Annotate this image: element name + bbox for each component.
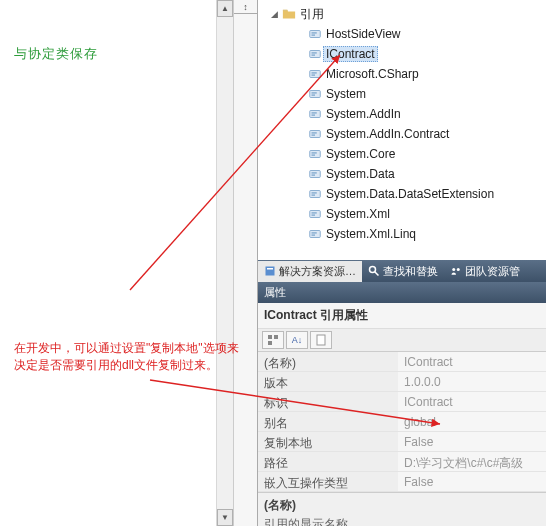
tree-node-reference[interactable]: System.Xml: [258, 204, 546, 224]
svg-rect-24: [310, 191, 321, 198]
team-icon: [450, 265, 462, 277]
properties-header-label: 属性: [264, 286, 286, 298]
property-row[interactable]: 复制本地False: [258, 432, 546, 452]
property-value[interactable]: IContract: [398, 352, 546, 371]
tab-team-explorer[interactable]: 团队资源管: [444, 261, 526, 282]
svg-rect-11: [312, 94, 316, 95]
svg-line-36: [375, 272, 379, 276]
sort-az-icon: A↓: [292, 335, 303, 345]
reference-icon: [308, 127, 322, 141]
svg-rect-21: [310, 171, 321, 178]
vertical-scrollbar[interactable]: ▲ ▼: [216, 0, 233, 526]
property-name: 复制本地: [258, 432, 398, 451]
tree-node-reference[interactable]: System: [258, 84, 546, 104]
tree-node-reference[interactable]: System.AddIn: [258, 104, 546, 124]
property-row[interactable]: 别名global: [258, 412, 546, 432]
scroll-down-button[interactable]: ▼: [217, 509, 233, 526]
tab-find-replace[interactable]: 查找和替换: [362, 261, 444, 282]
property-value[interactable]: False: [398, 472, 546, 491]
tree-node-reference[interactable]: IContract: [258, 44, 546, 64]
annotation-line1: 在开发中，可以通过设置"复制本地"选项来: [14, 341, 239, 355]
svg-rect-12: [310, 111, 321, 118]
property-row[interactable]: (名称)IContract: [258, 352, 546, 372]
tree-node-label: Microsoft.CSharp: [326, 67, 419, 81]
solution-explorer-tree[interactable]: ◢ 引用 HostSideViewIContractMicrosoft.CSha…: [258, 0, 546, 260]
svg-rect-4: [312, 52, 317, 53]
editor-pane: ▲ ▼: [0, 0, 234, 526]
tree-node-references[interactable]: ◢ 引用: [258, 4, 546, 24]
property-value[interactable]: D:\学习文档\c#\c#高级: [398, 452, 546, 471]
svg-rect-16: [312, 132, 317, 133]
description-title: (名称): [264, 497, 540, 514]
svg-rect-39: [268, 335, 272, 339]
splitter[interactable]: ↕: [234, 0, 258, 526]
properties-object-title: IContract 引用属性: [258, 303, 546, 329]
tree-node-reference[interactable]: System.Xml.Linq: [258, 224, 546, 244]
tab-label: 查找和替换: [383, 264, 438, 279]
property-value[interactable]: IContract: [398, 392, 546, 411]
categorized-button[interactable]: [262, 331, 284, 349]
svg-rect-32: [312, 234, 316, 235]
property-value[interactable]: global: [398, 412, 546, 431]
reference-icon: [308, 107, 322, 121]
tab-label: 团队资源管: [465, 264, 520, 279]
svg-rect-5: [312, 54, 316, 55]
reference-icon: [308, 27, 322, 41]
svg-rect-6: [310, 71, 321, 78]
categorized-icon: [267, 334, 279, 346]
property-row[interactable]: 标识IContract: [258, 392, 546, 412]
svg-rect-19: [312, 152, 317, 153]
property-row[interactable]: 路径D:\学习文档\c#\c#高级: [258, 452, 546, 472]
collapse-icon[interactable]: ◢: [268, 8, 280, 20]
svg-rect-17: [312, 134, 316, 135]
tree-node-reference[interactable]: HostSideView: [258, 24, 546, 44]
tree-node-label: System.AddIn.Contract: [326, 127, 449, 141]
svg-rect-25: [312, 192, 317, 193]
svg-rect-40: [274, 335, 278, 339]
svg-rect-2: [312, 34, 316, 35]
svg-rect-10: [312, 92, 317, 93]
reference-icon: [308, 207, 322, 221]
svg-rect-22: [312, 172, 317, 173]
reference-icon: [308, 87, 322, 101]
reference-icon: [308, 227, 322, 241]
properties-grid[interactable]: (名称)IContract版本1.0.0.0标识IContract别名globa…: [258, 352, 546, 526]
reference-icon: [308, 47, 322, 61]
tree-node-reference[interactable]: System.Data: [258, 164, 546, 184]
tree-node-reference[interactable]: System.Core: [258, 144, 546, 164]
svg-rect-14: [312, 114, 316, 115]
tree-node-reference[interactable]: Microsoft.CSharp: [258, 64, 546, 84]
svg-rect-9: [310, 91, 321, 98]
property-row[interactable]: 版本1.0.0.0: [258, 372, 546, 392]
property-name: 嵌入互操作类型: [258, 472, 398, 491]
gutter-collapse-button[interactable]: ↕: [234, 0, 257, 14]
svg-point-38: [457, 268, 460, 271]
alphabetical-button[interactable]: A↓: [286, 331, 308, 349]
properties-description: (名称) 引用的显示名称。: [258, 492, 546, 526]
svg-rect-31: [312, 232, 317, 233]
property-name: (名称): [258, 352, 398, 371]
svg-rect-26: [312, 194, 316, 195]
property-value[interactable]: 1.0.0.0: [398, 372, 546, 391]
property-name: 路径: [258, 452, 398, 471]
property-pages-button[interactable]: [310, 331, 332, 349]
svg-point-35: [370, 267, 376, 273]
property-value[interactable]: False: [398, 432, 546, 451]
svg-rect-28: [312, 212, 317, 213]
tree-node-reference[interactable]: System.Data.DataSetExtension: [258, 184, 546, 204]
svg-point-37: [452, 268, 455, 271]
search-icon: [368, 265, 380, 277]
svg-rect-0: [310, 31, 321, 38]
svg-rect-27: [310, 211, 321, 218]
property-row[interactable]: 嵌入互操作类型False: [258, 472, 546, 492]
page-icon: [315, 334, 327, 346]
scroll-up-button[interactable]: ▲: [217, 0, 233, 17]
tree-node-reference[interactable]: System.AddIn.Contract: [258, 124, 546, 144]
solution-icon: [264, 265, 276, 277]
svg-rect-20: [312, 154, 316, 155]
property-name: 标识: [258, 392, 398, 411]
svg-rect-1: [312, 32, 317, 33]
tree-node-label: System.Core: [326, 147, 395, 161]
reference-icon: [308, 67, 322, 81]
tab-solution-explorer[interactable]: 解决方案资源…: [258, 261, 362, 282]
